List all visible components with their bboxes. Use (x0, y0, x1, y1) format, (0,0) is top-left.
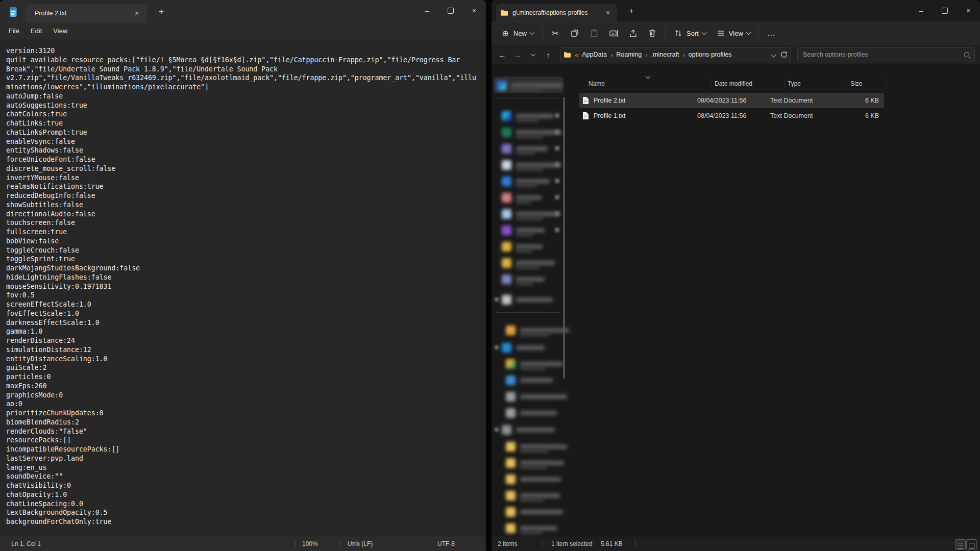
sidebar-item-icon (502, 144, 511, 154)
sidebar-item-label-redacted (516, 179, 550, 184)
breadcrumb-separator: › (642, 51, 651, 59)
column-header-name[interactable]: Name (589, 77, 605, 91)
column-header-type[interactable]: Type (788, 77, 801, 91)
refresh-icon[interactable] (780, 51, 788, 58)
tab-close-icon[interactable]: × (603, 8, 613, 18)
sidebar-item-sublabel-redacted (516, 135, 544, 138)
explorer-command-bar: ⊕ New ✂ A (492, 21, 980, 45)
view-button[interactable]: View (711, 25, 755, 41)
divider (295, 540, 296, 548)
navigation-pane[interactable] (492, 64, 567, 537)
sidebar-item-redacted[interactable] (506, 405, 557, 420)
sidebar-expand-chevron-icon[interactable] (495, 297, 499, 302)
column-divider[interactable] (887, 78, 887, 89)
sidebar-item-redacted[interactable] (506, 389, 567, 404)
tab-close-icon[interactable]: × (132, 8, 142, 18)
maximize-button[interactable] (933, 0, 957, 21)
sidebar-item-redacted[interactable] (506, 471, 561, 487)
file-row-profile2[interactable]: Profile 2.txt 08/04/2023 11:56 Text Docu… (579, 93, 884, 108)
details-view-button[interactable] (955, 539, 966, 550)
menu-file[interactable]: File (3, 25, 25, 37)
file-type: Text Document (770, 97, 833, 104)
divider (635, 540, 636, 547)
column-divider[interactable] (784, 78, 785, 89)
file-list: Name Date modified Type Size Profile 2.t… (571, 64, 980, 537)
sidebar-item-label-redacted (520, 411, 557, 415)
sort-button[interactable]: Sort (669, 25, 711, 41)
minimize-button[interactable]: – (910, 0, 933, 21)
sidebar-expand-chevron-icon[interactable] (555, 113, 559, 118)
copy-button[interactable] (565, 25, 584, 41)
sidebar-expand-chevron-icon[interactable] (495, 428, 499, 432)
breadcrumb[interactable]: « AppData › Roaming › .minecraft › optio… (560, 47, 791, 62)
address-dropdown-icon[interactable] (771, 52, 776, 57)
large-icons-view-button[interactable] (966, 539, 977, 550)
rename-button[interactable]: A (604, 25, 623, 41)
column-header-size[interactable]: Size (850, 77, 862, 91)
sidebar-item-redacted[interactable] (506, 372, 553, 388)
sidebar-expand-chevron-icon[interactable] (555, 195, 559, 199)
sidebar-expand-chevron-icon[interactable] (555, 211, 559, 216)
delete-button[interactable] (643, 25, 662, 41)
sidebar-expand-chevron-icon[interactable] (555, 146, 559, 151)
sidebar-expand-chevron-icon[interactable] (495, 345, 499, 349)
cursor-position: Ln 1, Col 1 (11, 540, 41, 547)
sidebar-expand-chevron-icon[interactable] (555, 162, 559, 167)
notepad-tab[interactable]: Profile 2.txt × (26, 4, 147, 22)
sidebar-item-icon (502, 177, 511, 186)
search-input[interactable]: Search options-profiles (797, 47, 975, 62)
more-options-button[interactable]: … (762, 25, 781, 41)
new-tab-button[interactable]: + (155, 7, 168, 18)
breadcrumb-appdata[interactable]: AppData (582, 51, 607, 58)
sidebar-item-redacted[interactable] (506, 504, 563, 519)
column-header-modified[interactable]: Date modified (715, 77, 752, 91)
sidebar-item-redacted[interactable] (502, 340, 545, 355)
recent-locations-button[interactable] (525, 48, 541, 61)
sidebar-item-icon (502, 160, 511, 170)
cut-button[interactable]: ✂ (546, 25, 565, 41)
sidebar-item-label-redacted (520, 461, 564, 465)
sidebar-item-sublabel-redacted (516, 282, 533, 285)
sidebar-item-redacted[interactable] (502, 422, 555, 437)
sidebar-item-redacted[interactable] (502, 292, 553, 307)
menu-view[interactable]: View (47, 25, 73, 37)
sidebar-expand-chevron-icon[interactable] (555, 228, 559, 232)
new-tab-button[interactable]: + (625, 6, 638, 17)
share-button[interactable] (623, 25, 643, 41)
explorer-tab[interactable]: g\.minecraft\options-profiles × (496, 4, 617, 21)
sidebar-item-label-redacted (520, 526, 557, 531)
forward-button[interactable]: → (510, 48, 525, 61)
breadcrumb-roaming[interactable]: Roaming (616, 51, 642, 58)
sidebar-item-icon (506, 474, 516, 484)
column-divider[interactable] (847, 78, 847, 89)
sidebar-item-icon (506, 325, 516, 335)
sidebar-item-sublabel-redacted (516, 184, 536, 187)
close-button[interactable]: × (462, 0, 486, 21)
sidebar-item-sublabel-redacted (511, 88, 542, 91)
sidebar-expand-chevron-icon[interactable] (555, 130, 559, 134)
line-ending[interactable]: Unix (LF) (348, 540, 373, 547)
column-divider[interactable] (710, 78, 711, 89)
minimize-button[interactable]: – (415, 0, 439, 21)
menu-edit[interactable]: Edit (25, 25, 47, 37)
close-button[interactable]: × (957, 0, 980, 21)
sidebar-item-label-redacted (516, 146, 548, 151)
zoom-level[interactable]: 100% (302, 540, 318, 547)
breadcrumb-minecraft[interactable]: .minecraft (651, 51, 679, 58)
back-button[interactable]: ← (495, 48, 510, 61)
up-button[interactable]: ↑ (541, 48, 556, 61)
sidebar-expand-chevron-icon[interactable] (555, 179, 559, 183)
new-button[interactable]: ⊕ New (496, 25, 539, 41)
notepad-editor[interactable]: version:3120 quilt_available_resource_pa… (0, 39, 486, 537)
chevron-down-icon (530, 52, 535, 57)
sidebar-item-label-redacted (520, 444, 567, 449)
encoding[interactable]: UTF-8 (437, 540, 455, 547)
maximize-button[interactable] (439, 0, 462, 21)
file-row-profile1[interactable]: Profile 1.txt 08/04/2023 11:56 Text Docu… (579, 108, 884, 123)
divider (340, 540, 341, 548)
sidebar-divider (496, 98, 561, 98)
breadcrumb-truncation[interactable]: « (571, 51, 582, 59)
sidebar-item-sublabel-redacted (520, 498, 544, 502)
breadcrumb-options-profiles[interactable]: options-profiles (689, 51, 732, 58)
sidebar-item-icon (506, 507, 516, 517)
